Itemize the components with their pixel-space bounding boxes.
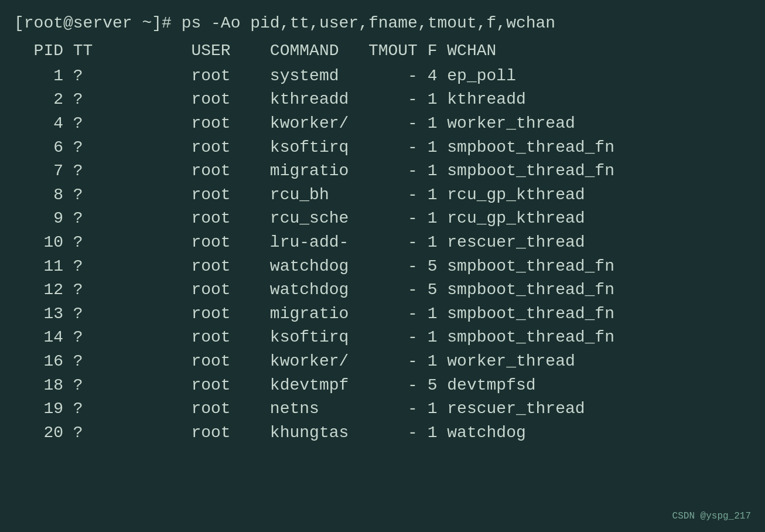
table-row: 18 ? root kdevtmpf - 5 devtmpfsd <box>14 374 751 398</box>
table-row: 8 ? root rcu_bh - 1 rcu_gp_kthread <box>14 183 751 207</box>
process-list: 1 ? root systemd - 4 ep_poll 2 ? root kt… <box>14 64 751 445</box>
table-row: 4 ? root kworker/ - 1 worker_thread <box>14 112 751 136</box>
table-row: 7 ? root migratio - 1 smpboot_thread_fn <box>14 159 751 183</box>
table-row: 19 ? root netns - 1 rescuer_thread <box>14 397 751 421</box>
watermark: CSDN @yspg_217 <box>672 511 751 521</box>
table-row: 12 ? root watchdog - 5 smpboot_thread_fn <box>14 278 751 302</box>
terminal-window: [root@server ~]# ps -Ao pid,tt,user,fnam… <box>0 0 765 532</box>
table-row: 13 ? root migratio - 1 smpboot_thread_fn <box>14 302 751 326</box>
table-row: 2 ? root kthreadd - 1 kthreadd <box>14 88 751 112</box>
command-prompt: [root@server ~]# ps -Ao pid,tt,user,fnam… <box>14 12 751 35</box>
table-row: 9 ? root rcu_sche - 1 rcu_gp_kthread <box>14 207 751 231</box>
table-row: 16 ? root kworker/ - 1 worker_thread <box>14 350 751 374</box>
table-row: 11 ? root watchdog - 5 smpboot_thread_fn <box>14 255 751 279</box>
table-row: 1 ? root systemd - 4 ep_poll <box>14 64 751 88</box>
table-header: PID TT USER COMMAND TMOUT F WCHAN <box>14 39 751 63</box>
table-row: 6 ? root ksoftirq - 1 smpboot_thread_fn <box>14 136 751 160</box>
table-row: 14 ? root ksoftirq - 1 smpboot_thread_fn <box>14 326 751 350</box>
table-row: 20 ? root khungtas - 1 watchdog <box>14 421 751 445</box>
table-row: 10 ? root lru-add- - 1 rescuer_thread <box>14 231 751 255</box>
